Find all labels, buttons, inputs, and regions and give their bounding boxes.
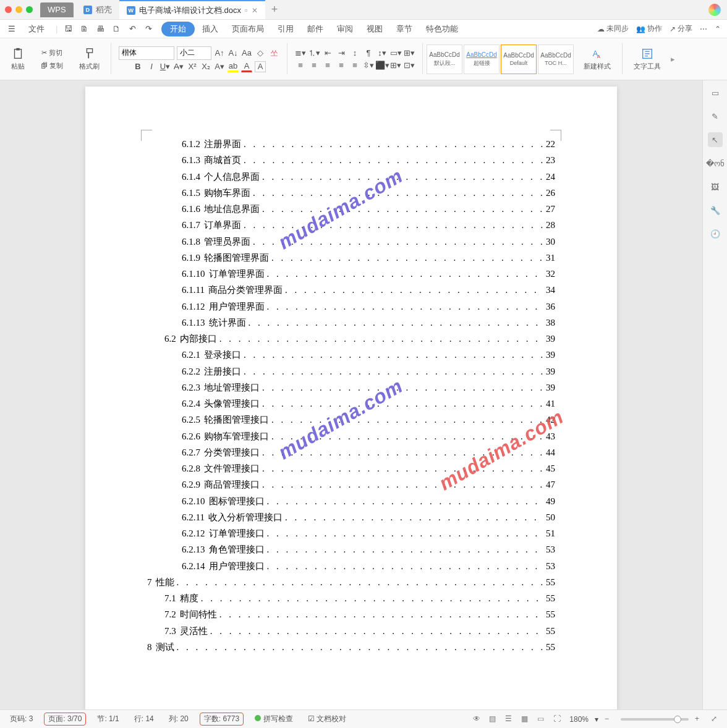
shading-icon[interactable]: ▭▾ [390,48,401,59]
clear-format-icon[interactable]: ◇ [255,48,266,59]
undo-icon[interactable]: ↶ [127,23,138,35]
status-proofread[interactable]: ☑ 文档校对 [304,713,350,726]
highlight-icon[interactable]: ab [227,61,239,72]
toc-entry[interactable]: 7性能. . . . . . . . . . . . . . . . . . .… [147,574,555,590]
distribute-icon[interactable]: ≡ [349,60,360,71]
toc-entry[interactable]: 6.2.4头像管理接口. . . . . . . . . . . . . . .… [147,396,555,412]
sp-select-icon[interactable]: ↖ [708,132,723,147]
toc-entry[interactable]: 6.2.7分类管理接口. . . . . . . . . . . . . . .… [147,444,555,460]
toc-entry[interactable]: 8测试. . . . . . . . . . . . . . . . . . .… [147,639,555,655]
toc-entry[interactable]: 6.2.1登录接口. . . . . . . . . . . . . . . .… [147,347,555,363]
close-window-icon[interactable] [5,6,12,13]
font-name-select[interactable] [119,46,174,60]
more-menu-icon[interactable]: ⋯ [700,25,707,33]
toc-entry[interactable]: 6.2.11收入分析管理接口. . . . . . . . . . . . . … [147,509,555,525]
toc-entry[interactable]: 6.1.7订单界面. . . . . . . . . . . . . . . .… [147,217,555,233]
zoom-out-icon[interactable]: − [605,714,614,724]
justify-icon[interactable]: ≡ [336,60,347,71]
numbering-icon[interactable]: ⒈▾ [308,48,320,59]
toc-entry[interactable]: 6.1.3商城首页. . . . . . . . . . . . . . . .… [147,152,555,168]
sp-edit-icon[interactable]: ✎ [708,109,723,124]
menu-review[interactable]: 审阅 [331,21,359,37]
sp-image-icon[interactable]: 🖼 [708,179,723,194]
tab-daoke[interactable]: D稻壳 [76,0,119,19]
align-right-icon[interactable]: ≡ [322,60,333,71]
status-spellcheck[interactable]: 拼写检查 [251,713,297,726]
strikethrough-icon[interactable]: A̶▾ [173,61,184,72]
fit-window-icon[interactable]: ⤢ [711,714,721,724]
minimize-window-icon[interactable] [15,6,22,13]
sort-icon[interactable]: ↕ [349,48,360,59]
character-border-icon[interactable]: A [255,61,266,72]
menu-references[interactable]: 引用 [271,21,300,37]
toc-entry[interactable]: 6.2.6购物车管理接口. . . . . . . . . . . . . . … [147,428,555,444]
align-center-icon[interactable]: ≡ [308,60,320,71]
toc-entry[interactable]: 6.2.8文件管理接口. . . . . . . . . . . . . . .… [147,460,555,476]
borders-icon[interactable]: ⊞▾ [404,48,415,59]
save-as-icon[interactable]: 🗎 [79,23,90,35]
menu-features[interactable]: 特色功能 [420,21,464,37]
tab-wps-home[interactable]: WPS [40,2,74,17]
cut-button[interactable]: ✂ 剪切 [39,47,65,59]
para-settings-icon[interactable]: ⊡▾ [404,60,415,71]
superscript-icon[interactable]: X² [187,61,198,72]
toc-entry[interactable]: 6.2.13角色管理接口. . . . . . . . . . . . . . … [147,541,555,557]
sync-status[interactable]: ☁ 未同步 [597,23,629,34]
ribbon-expand-icon[interactable]: ▸ [671,54,675,64]
bold-icon[interactable]: B [132,61,143,72]
status-page-code[interactable]: 页码: 3 [6,713,36,726]
new-tab-button[interactable]: + [265,3,284,16]
menu-page-layout[interactable]: 页面布局 [226,21,270,37]
style-default-paragraph[interactable]: AaBbCcDd默认段... [427,44,462,74]
font-size-select[interactable] [177,46,211,60]
menu-insert[interactable]: 插入 [196,21,224,37]
save-icon[interactable]: 🖫 [62,23,74,35]
sp-history-icon[interactable]: 🕘 [708,226,723,241]
document-workspace[interactable]: mudaima.com mudaima.com mudaima.com 6.1.… [0,80,702,709]
close-tab-icon[interactable]: ✕ [252,6,258,15]
toc-entry[interactable]: 6.1.6地址信息界面. . . . . . . . . . . . . . .… [147,201,555,217]
sp-toggle-icon[interactable]: ▭ [708,85,723,100]
decrease-indent-icon[interactable]: ⇤ [322,48,333,59]
toc-entry[interactable]: 6.1.4个人信息界面. . . . . . . . . . . . . . .… [147,169,555,185]
toc-entry[interactable]: 6.1.10订单管理界面. . . . . . . . . . . . . . … [147,266,555,282]
decrease-font-icon[interactable]: A↓ [227,48,239,59]
view-outline-icon[interactable]: ☰ [505,714,515,724]
toc-entry[interactable]: 7.1精度. . . . . . . . . . . . . . . . . .… [147,590,555,606]
status-col[interactable]: 列: 20 [165,713,192,726]
fill-color-icon[interactable]: ⬛▾ [376,60,388,71]
toc-entry[interactable]: 6.2.12订单管理接口. . . . . . . . . . . . . . … [147,525,555,541]
toc-entry[interactable]: 6.2内部接口. . . . . . . . . . . . . . . . .… [147,331,555,347]
toc-entry[interactable]: 6.1.11商品分类管理界面. . . . . . . . . . . . . … [147,282,555,298]
toc-entry[interactable]: 7.3灵活性. . . . . . . . . . . . . . . . . … [147,623,555,639]
collapse-ribbon-icon[interactable]: ⌃ [715,25,721,33]
share-button[interactable]: ↗ 分享 [670,23,692,34]
print-preview-icon[interactable]: 🗋 [111,23,122,35]
hamburger-icon[interactable]: ☰ [6,23,17,35]
subscript-icon[interactable]: X₂ [200,61,211,72]
menu-home[interactable]: 开始 [161,22,195,36]
toc-entry[interactable]: 6.2.9商品管理接口. . . . . . . . . . . . . . .… [147,476,555,493]
collab-button[interactable]: 👥 协作 [636,23,662,34]
view-read-icon[interactable]: ▭ [537,714,547,724]
view-eye-icon[interactable]: 👁 [473,714,483,724]
toc-entry[interactable]: 6.1.2注册界面. . . . . . . . . . . . . . . .… [147,136,555,152]
tab-overflow-icon[interactable]: ▫ [245,6,248,15]
menu-file[interactable]: 文件 [22,21,51,37]
toc-entry[interactable]: 6.1.9轮播图管理界面. . . . . . . . . . . . . . … [147,250,555,266]
toc-entry[interactable]: 6.2.10图标管理接口. . . . . . . . . . . . . . … [147,493,555,509]
italic-icon[interactable]: I [146,61,157,72]
view-page-icon[interactable]: ▤ [489,714,499,724]
line-spacing-icon[interactable]: ⇳▾ [363,60,374,71]
increase-indent-icon[interactable]: ⇥ [336,48,347,59]
style-default[interactable]: AaBbCcDdDefault [501,44,537,74]
wps-logo-icon[interactable] [708,4,721,16]
change-case-icon[interactable]: Aa [241,48,252,59]
zoom-value[interactable]: 180% [569,715,589,724]
menu-sections[interactable]: 章节 [390,21,419,37]
line-spacing-dd-icon[interactable]: ↕▾ [376,48,388,59]
copy-button[interactable]: 🗐 复制 [38,60,66,72]
menu-view[interactable]: 视图 [360,21,389,37]
toc-entry[interactable]: 6.1.12用户管理界面. . . . . . . . . . . . . . … [147,298,555,315]
phonetic-guide-icon[interactable]: 쏘 [268,48,279,59]
